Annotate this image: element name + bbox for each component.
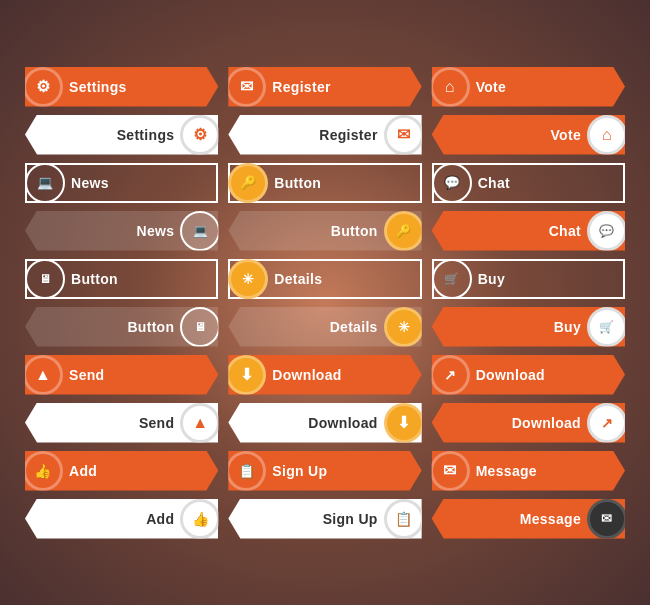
btn-label: Sign Up — [323, 511, 378, 527]
btn-vote-b[interactable]: Vote ⌂ — [432, 115, 625, 155]
btn-signup-b[interactable]: Sign Up 📋 — [228, 499, 421, 539]
button-icon-b: 🔑 — [384, 211, 424, 251]
btn-buy-b[interactable]: Buy 🛒 — [432, 307, 625, 347]
signup-icon-b: 📋 — [384, 499, 424, 539]
signup-icon: 📋 — [226, 451, 266, 491]
buy-icon: 🛒 — [432, 259, 472, 299]
btn-label: Download — [272, 367, 341, 383]
chat-icon-b: 💬 — [587, 211, 627, 251]
btn-details-b[interactable]: Details ✳ — [228, 307, 421, 347]
btn-label: Button — [71, 271, 118, 287]
btn-settings-b[interactable]: Settings ⚙ — [25, 115, 218, 155]
btn-label: Download — [512, 415, 581, 431]
details-icon: ✳ — [228, 259, 268, 299]
vote-icon: ⌂ — [430, 67, 470, 107]
register-icon: ✉ — [226, 67, 266, 107]
settings-icon: ⚙ — [23, 67, 63, 107]
btn-label: Buy — [478, 271, 505, 287]
btn-label: Button — [274, 175, 321, 191]
btn-label: Settings — [69, 79, 127, 95]
button-grid: ⚙ Settings ✉ Register ⌂ Vote Settings ⚙ — [15, 55, 635, 551]
send-icon-b: ▲ — [180, 403, 220, 443]
btn-label: Message — [520, 511, 581, 527]
btn-settings-a[interactable]: ⚙ Settings — [25, 67, 218, 107]
btn-label: News — [137, 223, 175, 239]
btn-label: Message — [476, 463, 537, 479]
message-icon-b: ✉ — [587, 499, 627, 539]
btn-button-a[interactable]: 🔑 Button — [228, 163, 421, 203]
buy-icon-b: 🛒 — [587, 307, 627, 347]
settings-icon-b: ⚙ — [180, 115, 220, 155]
btn-label: Chat — [549, 223, 581, 239]
btn-details-a[interactable]: ✳ Details — [228, 259, 421, 299]
download1-icon-b: ⬇ — [384, 403, 424, 443]
btn-label: Add — [146, 511, 174, 527]
btn-message-b[interactable]: Message ✉ — [432, 499, 625, 539]
btn-label: Button — [127, 319, 174, 335]
btn-label: Download — [476, 367, 545, 383]
btn-add-b[interactable]: Add 👍 — [25, 499, 218, 539]
btn-label: Register — [319, 127, 377, 143]
btn-label: Send — [139, 415, 174, 431]
message-icon: ✉ — [430, 451, 470, 491]
send-icon: ▲ — [23, 355, 63, 395]
btn-register-b[interactable]: Register ✉ — [228, 115, 421, 155]
btn-send-b[interactable]: Send ▲ — [25, 403, 218, 443]
btn-label: Register — [272, 79, 330, 95]
btn-download1-b[interactable]: Download ⬇ — [228, 403, 421, 443]
btn-vote-a[interactable]: ⌂ Vote — [432, 67, 625, 107]
news-icon: 💻 — [25, 163, 65, 203]
btn-download2-a[interactable]: ↗ Download — [432, 355, 625, 395]
btn-signup-a[interactable]: 📋 Sign Up — [228, 451, 421, 491]
btn-download1-a[interactable]: ⬇ Download — [228, 355, 421, 395]
btn-message-a[interactable]: ✉ Message — [432, 451, 625, 491]
details-icon-b: ✳ — [384, 307, 424, 347]
download2-icon-b: ↗ — [587, 403, 627, 443]
btn-news-b[interactable]: News 💻 — [25, 211, 218, 251]
btn-label: Add — [69, 463, 97, 479]
btn-button2-b[interactable]: Button 🖥 — [25, 307, 218, 347]
btn-label: Button — [331, 223, 378, 239]
btn-label: Download — [308, 415, 377, 431]
btn-label: News — [71, 175, 109, 191]
btn-label: Send — [69, 367, 104, 383]
btn-register-a[interactable]: ✉ Register — [228, 67, 421, 107]
vote-icon-b: ⌂ — [587, 115, 627, 155]
btn-download2-b[interactable]: Download ↗ — [432, 403, 625, 443]
button-icon: 🔑 — [228, 163, 268, 203]
chat-icon: 💬 — [432, 163, 472, 203]
download2-icon: ↗ — [430, 355, 470, 395]
btn-label: Vote — [550, 127, 581, 143]
btn-label: Details — [330, 319, 378, 335]
btn-label: Chat — [478, 175, 510, 191]
btn-news-a[interactable]: 💻 News — [25, 163, 218, 203]
btn-chat-a[interactable]: 💬 Chat — [432, 163, 625, 203]
download1-icon: ⬇ — [226, 355, 266, 395]
btn-label: Details — [274, 271, 322, 287]
btn-label: Vote — [476, 79, 507, 95]
news-icon-b: 💻 — [180, 211, 220, 251]
btn-label: Buy — [554, 319, 581, 335]
btn-label: Settings — [117, 127, 175, 143]
btn-button-b[interactable]: Button 🔑 — [228, 211, 421, 251]
button2-icon-b: 🖥 — [180, 307, 220, 347]
add-icon-b: 👍 — [180, 499, 220, 539]
button2-icon: 🖥 — [25, 259, 65, 299]
btn-send-a[interactable]: ▲ Send — [25, 355, 218, 395]
btn-chat-b[interactable]: Chat 💬 — [432, 211, 625, 251]
btn-label: Sign Up — [272, 463, 327, 479]
register-icon-b: ✉ — [384, 115, 424, 155]
add-icon: 👍 — [23, 451, 63, 491]
btn-buy-a[interactable]: 🛒 Buy — [432, 259, 625, 299]
btn-button2-a[interactable]: 🖥 Button — [25, 259, 218, 299]
btn-add-a[interactable]: 👍 Add — [25, 451, 218, 491]
